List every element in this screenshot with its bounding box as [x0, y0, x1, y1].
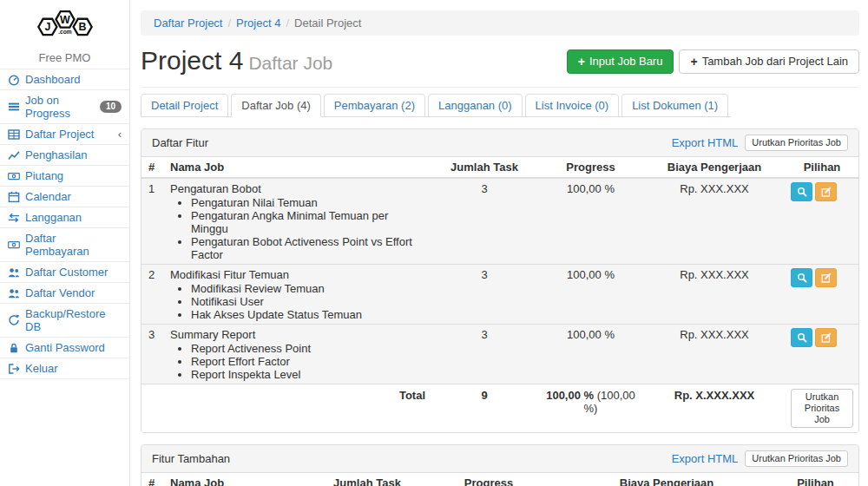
- sidebar-item-label: Calendar: [25, 190, 71, 203]
- sidebar-item-label: Daftar Customer: [25, 266, 108, 279]
- progress-value: 100,00 %: [536, 178, 645, 265]
- tab-label[interactable]: Detail Project: [141, 94, 228, 117]
- page-header: Project 4Daftar Job +Input Job Baru +Tam…: [141, 46, 859, 88]
- daftar-fitur-panel: Daftar Fitur Export HTML Urutkan Priorit…: [141, 128, 859, 433]
- exchange-icon: [8, 212, 20, 224]
- view-job-button[interactable]: [791, 328, 812, 347]
- sidebar-item-calendar[interactable]: Calendar: [0, 187, 129, 207]
- table-icon: [8, 128, 20, 141]
- page-title: Project 4: [141, 46, 243, 75]
- subtask: Notifikasi User: [191, 295, 425, 308]
- subtask-list: Modifikasi Review Temuan Notifikasi User…: [170, 282, 425, 321]
- table-row: 2 Modifikasi Fitur Temuan Modifikasi Rev…: [141, 265, 859, 325]
- breadcrumb-link-project-4[interactable]: Project 4: [236, 16, 280, 30]
- sidebar-item-label: Keluar: [25, 362, 58, 375]
- chevron-left-icon: ‹: [118, 130, 122, 139]
- tab-pembayaran[interactable]: Pembayaran (2): [324, 94, 425, 117]
- job-count-badge: 10: [100, 101, 122, 113]
- job-name: Pengaturan Bobot: [170, 182, 261, 195]
- dashboard-icon: [8, 74, 20, 86]
- breadcrumb-link-daftar-project[interactable]: Daftar Project: [154, 16, 222, 30]
- sidebar-item-piutang[interactable]: Piutang: [0, 166, 129, 187]
- jwb-logo-icon: J W B .com: [33, 6, 97, 46]
- subtask: Report Activeness Point: [191, 342, 425, 355]
- sidebar-item-backup-restore-db[interactable]: Backup/Restore DB: [0, 304, 129, 338]
- table-row: 1 Pengaturan Bobot Pengaturan Nilai Temu…: [141, 178, 859, 265]
- view-job-button[interactable]: [791, 268, 812, 287]
- tab-label[interactable]: List Dokumen (1): [621, 94, 728, 117]
- sidebar-item-ganti-password[interactable]: Ganti Password: [0, 338, 129, 358]
- input-job-baru-button[interactable]: +Input Job Baru: [567, 49, 674, 74]
- tab-langganan[interactable]: Langganan (0): [428, 94, 523, 117]
- brand-dotcom: .com: [58, 29, 72, 35]
- tab-label[interactable]: Pembayaran (2): [324, 94, 425, 117]
- sidebar-item-label: Ganti Password: [25, 341, 105, 354]
- fitur-tambahan-panel: Fitur Tambahan Export HTML Urutkan Prior…: [141, 444, 859, 486]
- panel-title: Fitur Tambahan: [152, 452, 230, 466]
- breadcrumb: Daftar Project/Project 4/Detail Project: [141, 10, 859, 36]
- sidebar-item-daftar-project[interactable]: Daftar Project ‹: [0, 124, 129, 145]
- tab-daftar-job[interactable]: Daftar Job (4): [231, 94, 320, 117]
- sidebar-item-daftar-pembayaran[interactable]: Daftar Pembayaran: [0, 228, 129, 262]
- panel-heading: Daftar Fitur Export HTML Urutkan Priorit…: [141, 129, 858, 157]
- sidebar-item-job-on-progress[interactable]: Job on Progress 10: [0, 90, 129, 124]
- svg-text:W: W: [60, 14, 70, 26]
- job-name: Summary Report: [170, 328, 255, 341]
- urutkan-prioritas-job-button[interactable]: Urutkan Prioritas Job: [791, 389, 853, 428]
- col-jumlah-task: Jumlah Task: [432, 157, 536, 178]
- row-num: 2: [141, 265, 163, 325]
- tab-label[interactable]: Daftar Job (4): [231, 94, 320, 117]
- line-chart-icon: [8, 149, 20, 161]
- progress-value: 100,00 %: [536, 325, 645, 384]
- sidebar-item-penghasilan[interactable]: Penghasilan: [0, 145, 129, 166]
- users-icon: [8, 266, 20, 279]
- tab-label[interactable]: List Invoice (0): [525, 94, 620, 117]
- table-header-row: # Nama Job Jumlah Task Progress Biaya Pe…: [141, 473, 859, 486]
- subtask: Pengaturan Bobot Activeness Point vs Eff…: [191, 235, 425, 261]
- tab-label[interactable]: Langganan (0): [428, 94, 523, 117]
- col-nama-job: Nama Job: [163, 473, 319, 486]
- row-num: 3: [141, 325, 163, 384]
- search-icon: [797, 273, 807, 283]
- sidebar-item-dashboard[interactable]: Dashboard: [0, 69, 129, 90]
- daftar-fitur-table: # Nama Job Jumlah Task Progress Biaya Pe…: [141, 157, 859, 432]
- export-html-link[interactable]: Export HTML: [672, 452, 739, 465]
- view-job-button[interactable]: [791, 182, 812, 201]
- cost-value: Rp. XXX.XXX: [645, 178, 784, 265]
- sidebar-item-keluar[interactable]: Keluar: [0, 358, 129, 379]
- tab-bar: Detail Project Daftar Job (4) Pembayaran…: [141, 94, 731, 117]
- breadcrumb-current: Detail Project: [294, 16, 361, 30]
- subtask-list: Pengaturan Nilai Temuan Pengaturan Angka…: [170, 196, 425, 261]
- brand: J W B .com Free PMO: [0, 0, 129, 69]
- task-count: 3: [432, 325, 536, 384]
- edit-job-button[interactable]: [815, 328, 837, 347]
- edit-job-button[interactable]: [815, 182, 837, 201]
- urutkan-prioritas-job-button[interactable]: Urutkan Prioritas Job: [745, 135, 848, 151]
- cost-value: Rp. XXX.XXX: [645, 265, 784, 325]
- export-html-link[interactable]: Export HTML: [672, 136, 739, 149]
- tab-detail-project[interactable]: Detail Project: [141, 94, 228, 117]
- table-header-row: # Nama Job Jumlah Task Progress Biaya Pe…: [141, 157, 859, 178]
- sidebar-nav: Dashboard Job on Progress 10 Daftar Proj…: [0, 69, 129, 379]
- edit-job-button[interactable]: [815, 268, 837, 287]
- list-icon: [8, 101, 20, 113]
- cost-value: Rp. XXX.XXX: [645, 325, 784, 384]
- tab-list-invoice[interactable]: List Invoice (0): [525, 94, 620, 117]
- fitur-tambahan-table: # Nama Job Jumlah Task Progress Biaya Pe…: [141, 473, 859, 486]
- button-label: Input Job Baru: [589, 55, 663, 69]
- total-progress: 100,00 %: [546, 389, 594, 402]
- col-num: #: [141, 157, 163, 178]
- sidebar-item-daftar-vendor[interactable]: Daftar Vendor: [0, 283, 129, 304]
- sidebar-item-label: Langganan: [25, 211, 82, 224]
- edit-icon: [821, 332, 832, 343]
- subtask-list: Report Activeness Point Report Effort Fa…: [170, 342, 425, 381]
- col-nama-job: Nama Job: [163, 157, 432, 178]
- col-progress: Progress: [415, 473, 562, 486]
- sidebar-item-daftar-customer[interactable]: Daftar Customer: [0, 262, 129, 283]
- tab-list-dokumen[interactable]: List Dokumen (1): [621, 94, 728, 117]
- tambah-job-dari-project-lain-button[interactable]: +Tambah Job dari Project Lain: [679, 49, 859, 74]
- urutkan-prioritas-job-button[interactable]: Urutkan Prioritas Job: [745, 450, 848, 467]
- job-name: Modifikasi Fitur Temuan: [170, 268, 289, 281]
- sidebar-item-label: Penghasilan: [25, 148, 88, 161]
- sidebar-item-langganan[interactable]: Langganan: [0, 207, 129, 228]
